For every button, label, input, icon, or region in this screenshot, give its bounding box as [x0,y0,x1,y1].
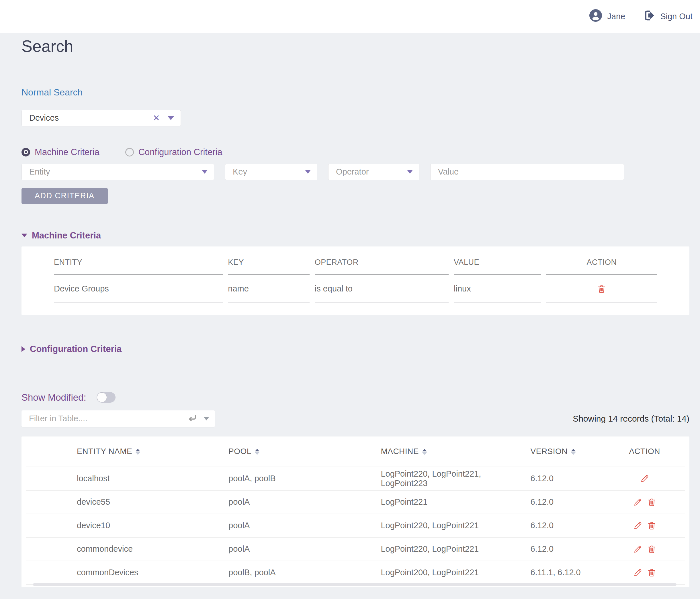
entity-select[interactable]: Entity [22,164,214,180]
sort-icon[interactable] [422,449,427,455]
main-content: Search Normal Search Devices ✕ Machine C… [0,38,700,587]
results-card: ENTITY NAMEPOOLMACHINEVERSIONACTION loca… [22,436,690,587]
table-row: device55poolALogPoint2216.12.0 [26,490,685,514]
column-label: ACTION [629,447,660,456]
filter-box [22,410,215,427]
criteria-cell-value: linux [454,275,541,303]
sign-out-button[interactable]: Sign Out [643,9,693,24]
table-filter-input[interactable] [22,410,215,427]
chevron-down-icon[interactable] [203,417,209,420]
device-type-value: Devices [29,113,59,123]
column-label: VERSION [530,447,568,456]
normal-search-link[interactable]: Normal Search [22,87,82,98]
sign-out-icon [643,9,655,24]
key-select-value: Key [233,167,247,177]
machine-criteria-table: ENTITYKEYOPERATORVALUEACTION Device Grou… [49,258,662,303]
toggle-knob [97,392,107,402]
results-column-header[interactable]: ENTITY NAME [26,436,228,467]
edit-icon[interactable] [640,474,649,483]
filter-row: Showing 14 records (Total: 14) [22,410,690,427]
show-modified-toggle[interactable] [97,392,116,403]
table-row: commonDevicespoolB, poolALogPoint200, Lo… [26,561,685,584]
sort-icon[interactable] [255,449,259,455]
radio-configuration-criteria[interactable]: Configuration Criteria [125,147,222,157]
chevron-down-icon[interactable] [407,170,413,174]
horizontal-scrollbar[interactable] [33,583,676,586]
cell-version: 6.12.0 [530,467,604,490]
page-title: Search [22,38,690,55]
table-row: commondevicepoolALogPoint220, LogPoint22… [26,538,685,561]
cell-action [604,538,685,561]
table-row: localhostpoolA, poolBLogPoint220, LogPoi… [26,467,685,490]
machine-criteria-header[interactable]: Machine Criteria [22,230,690,241]
top-bar: Jane Sign Out [0,0,700,33]
results-column-header[interactable]: MACHINE [380,436,530,467]
cell-version: 6.12.0 [530,490,604,514]
user-icon [589,9,602,24]
clear-selection-icon[interactable]: ✕ [153,114,160,122]
delete-icon[interactable] [647,521,656,530]
cell-action [604,561,685,584]
results-table-body: localhostpoolA, poolBLogPoint220, LogPoi… [26,467,685,584]
criteria-column-header: VALUE [454,258,541,275]
criteria-cell-entity: Device Groups [54,275,223,303]
edit-icon[interactable] [633,568,642,577]
criteria-cell-operator: is equal to [315,275,449,303]
radio-selected-icon [22,148,30,156]
filter-icons [187,410,209,427]
delete-icon[interactable] [647,498,656,507]
chevron-down-icon[interactable] [202,170,207,174]
sort-icon[interactable] [135,449,140,455]
value-input[interactable] [430,164,624,180]
key-select[interactable]: Key [225,164,317,180]
operator-select[interactable]: Operator [328,164,419,180]
delete-icon[interactable] [597,284,606,294]
records-summary: Showing 14 records (Total: 14) [573,414,690,424]
results-column-header: ACTION [604,436,685,467]
chevron-down-icon[interactable] [305,170,311,174]
cell-pool: poolA [228,514,380,538]
delete-icon[interactable] [647,568,656,577]
cell-entity_name: commondevice [26,538,228,561]
cell-entity_name: commonDevices [26,561,228,584]
column-label: POOL [228,447,251,456]
user-chip[interactable]: Jane [589,9,625,24]
cell-entity_name: localhost [26,467,228,490]
radio-machine-criteria[interactable]: Machine Criteria [22,147,99,157]
column-label: ENTITY NAME [77,447,132,456]
edit-icon[interactable] [633,545,642,554]
cell-action [604,490,685,514]
chevron-down-icon[interactable] [168,116,174,120]
operator-select-value: Operator [336,167,369,177]
sign-out-label: Sign Out [660,12,693,21]
show-modified-row: Show Modified: [22,392,690,403]
criteria-cell-action [546,275,657,303]
configuration-criteria-header[interactable]: Configuration Criteria [22,344,690,354]
results-header-row: ENTITY NAMEPOOLMACHINEVERSIONACTION [26,436,685,467]
user-name: Jane [607,12,625,21]
add-criteria-button[interactable]: ADD CRITERIA [22,188,108,204]
column-label: MACHINE [381,447,419,456]
device-type-select[interactable]: Devices ✕ [22,110,181,126]
show-modified-label: Show Modified: [22,392,86,403]
cell-machine: LogPoint220, LogPoint221 [380,514,530,538]
criteria-header-row: ENTITYKEYOPERATORVALUEACTION [54,258,657,275]
criteria-column-header: ENTITY [54,258,223,275]
radio-unselected-icon [125,148,134,156]
cell-machine: LogPoint220, LogPoint221 [380,538,530,561]
delete-icon[interactable] [647,545,656,554]
edit-icon[interactable] [633,498,642,507]
criteria-row: Device Groupsnameis equal tolinux [54,275,657,303]
entity-select-value: Entity [29,167,50,177]
results-column-header[interactable]: VERSION [530,436,604,467]
sort-icon[interactable] [571,449,576,455]
cell-pool: poolA [228,490,380,514]
criteria-type-radios: Machine Criteria Configuration Criteria [22,147,690,157]
results-column-header[interactable]: POOL [228,436,380,467]
criteria-column-header: KEY [228,258,309,275]
cell-action [604,514,685,538]
criteria-builder: Entity Key Operator [22,164,690,180]
edit-icon[interactable] [633,521,642,530]
cell-version: 6.11.1, 6.12.0 [530,561,604,584]
results-table: ENTITY NAMEPOOLMACHINEVERSIONACTION loca… [26,436,685,585]
